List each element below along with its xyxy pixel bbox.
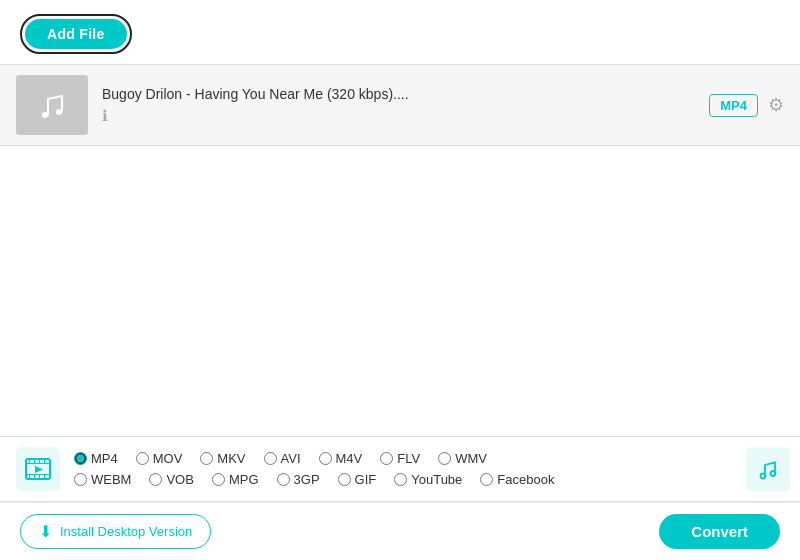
svg-rect-8 (44, 459, 45, 463)
file-info: Bugoy Drilon - Having You Near Me (320 k… (102, 86, 709, 125)
svg-rect-3 (26, 463, 50, 464)
format-option-vob[interactable]: VOB (149, 472, 193, 487)
format-radio-wmv[interactable] (438, 452, 451, 465)
install-label: Install Desktop Version (60, 524, 192, 539)
download-icon: ⬇ (39, 522, 52, 541)
svg-rect-7 (39, 459, 40, 463)
format-radio-mov[interactable] (136, 452, 149, 465)
format-option-mpg[interactable]: MPG (212, 472, 259, 487)
svg-rect-9 (29, 475, 30, 479)
svg-point-0 (42, 112, 48, 118)
format-radio-mkv[interactable] (200, 452, 213, 465)
format-option-facebook[interactable]: Facebook (480, 472, 554, 487)
file-actions: MP4 ⚙ (709, 94, 784, 117)
format-option-avi[interactable]: AVI (264, 451, 301, 466)
format-radio-webm[interactable] (74, 473, 87, 486)
format-options: MP4 MOV MKV AVI M4V FLV WMV W (74, 451, 736, 487)
audio-format-icon (746, 447, 790, 491)
format-radio-facebook[interactable] (480, 473, 493, 486)
format-radio-mp4[interactable] (74, 452, 87, 465)
svg-rect-6 (34, 459, 35, 463)
format-radio-m4v[interactable] (319, 452, 332, 465)
add-file-button[interactable]: Add File (25, 19, 127, 49)
format-option-mkv[interactable]: MKV (200, 451, 245, 466)
settings-icon[interactable]: ⚙ (768, 94, 784, 116)
format-bar: MP4 MOV MKV AVI M4V FLV WMV W (0, 436, 800, 502)
svg-rect-4 (26, 474, 50, 475)
file-list: Bugoy Drilon - Having You Near Me (320 k… (0, 64, 800, 146)
main-area (0, 146, 800, 458)
format-row-1: MP4 MOV MKV AVI M4V FLV WMV (74, 451, 736, 466)
svg-rect-12 (44, 475, 45, 479)
format-option-m4v[interactable]: M4V (319, 451, 363, 466)
convert-button[interactable]: Convert (659, 514, 780, 549)
svg-point-15 (771, 471, 776, 476)
format-radio-flv[interactable] (380, 452, 393, 465)
file-thumbnail (16, 75, 88, 135)
format-option-gif[interactable]: GIF (338, 472, 377, 487)
format-radio-mpg[interactable] (212, 473, 225, 486)
format-badge: MP4 (709, 94, 758, 117)
music-note-small-icon (757, 458, 779, 480)
format-option-webm[interactable]: WEBM (74, 472, 131, 487)
footer-bar: ⬇ Install Desktop Version Convert (0, 502, 800, 560)
add-file-wrapper: Add File (20, 14, 132, 54)
film-icon (25, 458, 51, 480)
format-radio-3gp[interactable] (277, 473, 290, 486)
format-radio-vob[interactable] (149, 473, 162, 486)
format-option-youtube[interactable]: YouTube (394, 472, 462, 487)
svg-rect-11 (39, 475, 40, 479)
svg-rect-5 (29, 459, 30, 463)
info-icon[interactable]: ℹ (102, 107, 108, 124)
format-option-3gp[interactable]: 3GP (277, 472, 320, 487)
svg-rect-10 (34, 475, 35, 479)
svg-point-1 (56, 109, 62, 115)
svg-point-14 (761, 474, 766, 479)
svg-marker-13 (35, 466, 43, 473)
format-option-wmv[interactable]: WMV (438, 451, 487, 466)
install-desktop-button[interactable]: ⬇ Install Desktop Version (20, 514, 211, 549)
top-bar: Add File (0, 0, 800, 64)
video-format-icon (16, 447, 60, 491)
format-radio-gif[interactable] (338, 473, 351, 486)
format-row-2: WEBM VOB MPG 3GP GIF YouTube Facebook (74, 472, 736, 487)
format-option-mov[interactable]: MOV (136, 451, 183, 466)
file-name: Bugoy Drilon - Having You Near Me (320 k… (102, 86, 709, 102)
file-item: Bugoy Drilon - Having You Near Me (320 k… (0, 65, 800, 145)
format-radio-youtube[interactable] (394, 473, 407, 486)
format-option-mp4[interactable]: MP4 (74, 451, 118, 466)
format-option-flv[interactable]: FLV (380, 451, 420, 466)
format-radio-avi[interactable] (264, 452, 277, 465)
music-note-icon (36, 89, 68, 121)
